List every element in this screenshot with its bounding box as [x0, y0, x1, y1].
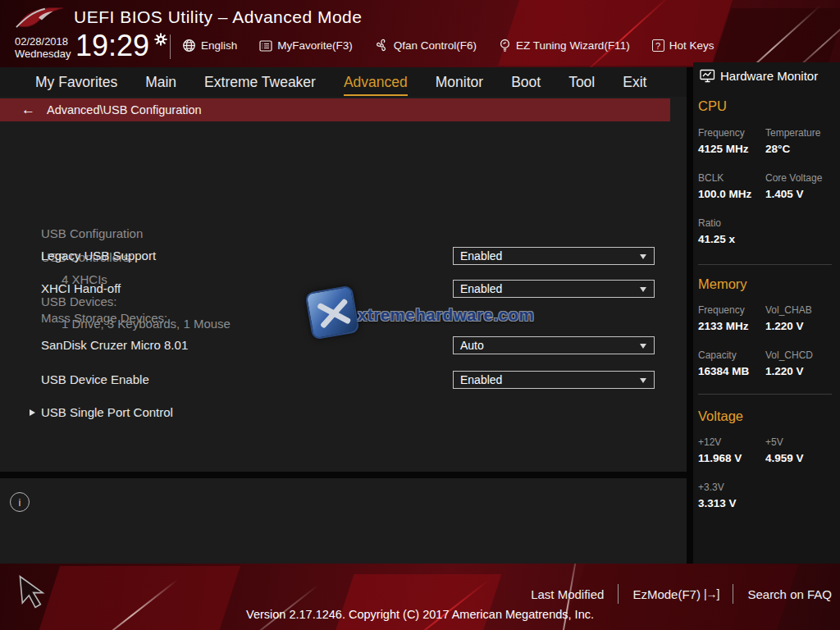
tab-extreme-tweaker[interactable]: Extreme Tweaker — [204, 74, 316, 91]
usb-device-enable-select[interactable]: Enabled — [453, 371, 655, 389]
cpu-ratio-value: 41.25 x — [698, 233, 735, 245]
rog-logo-icon — [15, 3, 66, 30]
bg-texture — [336, 574, 502, 630]
watermark-logo — [304, 285, 359, 340]
legacy-usb-support-select[interactable]: Enabled — [453, 247, 655, 265]
exit-to-ezmode-icon: |→] — [704, 587, 719, 600]
tab-advanced[interactable]: Advanced — [344, 74, 408, 91]
usb-device-enable-value: Enabled — [460, 373, 502, 386]
date-display: 02/28/2018 Wednesday — [15, 35, 71, 60]
memory-vol-chab-value: 1.220 V — [765, 320, 804, 332]
usb-device-enable-label: USB Device Enable — [41, 372, 149, 386]
hot-keys-button[interactable]: ? Hot Keys — [652, 39, 714, 52]
lightbulb-icon — [499, 39, 511, 52]
tab-boot[interactable]: Boot — [511, 74, 541, 91]
breadcrumb: ← Advanced\USB Configuration — [0, 98, 670, 121]
date-value: 02/28/2018 — [15, 35, 71, 48]
hardware-monitor-panel: Hardware Monitor CPU Frequency Temperatu… — [693, 62, 840, 564]
submenu-arrow-icon — [30, 409, 35, 416]
watermark-x-icon — [320, 298, 349, 328]
memory-vol-chab-label: Vol_CHAB — [765, 304, 812, 316]
chevron-down-icon — [640, 287, 646, 292]
footer-actions: Last Modified EzMode(F7) |→] Search on F… — [531, 582, 832, 605]
sandisk-label: SanDisk Cruzer Micro 8.01 — [41, 338, 188, 352]
hardware-monitor-header: Hardware Monitor — [700, 69, 818, 83]
time-display: 19:29 — [75, 29, 149, 63]
tab-monitor[interactable]: Monitor — [436, 74, 483, 91]
globe-icon — [182, 39, 196, 52]
footer-divider — [733, 584, 733, 604]
mouse-cursor-icon — [16, 573, 52, 614]
usb-single-port-control-item[interactable]: USB Single Port Control — [41, 405, 173, 419]
ez-tuning-wizard-button[interactable]: EZ Tuning Wizard(F11) — [499, 39, 630, 52]
memory-frequency-value: 2133 MHz — [698, 320, 749, 332]
chevron-down-icon — [640, 344, 646, 349]
monitor-separator — [698, 394, 832, 395]
usb-configuration-heading: USB Configuration — [41, 226, 143, 240]
search-faq-label: Search on FAQ — [747, 587, 832, 601]
cpu-section-title: CPU — [698, 98, 727, 114]
cpu-ratio-label: Ratio — [698, 217, 721, 229]
qfan-label: Qfan Control(F6) — [394, 39, 477, 52]
memory-capacity-value: 16384 MB — [698, 365, 749, 377]
last-modified-label: Last Modified — [531, 587, 604, 601]
tab-my-favorites[interactable]: My Favorites — [35, 74, 117, 91]
legacy-usb-support-value: Enabled — [460, 249, 502, 262]
memory-section-title: Memory — [698, 276, 747, 292]
cpu-bclk-label: BCLK — [698, 172, 724, 184]
breadcrumb-path: Advanced\USB Configuration — [47, 103, 202, 116]
voltage-section-title: Voltage — [698, 409, 743, 424]
tab-tool[interactable]: Tool — [568, 74, 595, 91]
section-divider — [0, 472, 687, 478]
header-shortcuts: English MyFavorite(F3) — [182, 39, 714, 52]
tab-main[interactable]: Main — [145, 74, 176, 91]
main-menu: My Favorites Main Extreme Tweaker Advanc… — [0, 67, 693, 97]
cpu-bclk-value: 100.0 MHz — [698, 188, 751, 200]
language-label: English — [201, 39, 237, 52]
xhci-handoff-select[interactable]: Enabled — [453, 280, 655, 298]
voltage-12v-label: +12V — [698, 436, 721, 448]
myfavorite-label: MyFavorite(F3) — [277, 39, 353, 52]
ezmode-label: EzMode(F7) — [632, 587, 701, 601]
cpu-core-voltage-value: 1.405 V — [765, 188, 804, 200]
monitor-separator — [698, 264, 832, 265]
footer-divider — [618, 584, 619, 604]
gear-icon[interactable] — [154, 33, 167, 46]
last-modified-button[interactable]: Last Modified — [531, 587, 604, 601]
question-icon: ? — [652, 39, 664, 52]
cpu-temperature-label: Temperature — [765, 127, 820, 139]
qfan-control-button[interactable]: Qfan Control(F6) — [375, 39, 477, 52]
watermark-text: xtremehardware.com — [358, 305, 534, 325]
language-button[interactable]: English — [182, 39, 237, 52]
sandisk-select[interactable]: Auto — [453, 336, 655, 354]
title-bar: UEFI BIOS Utility – Advanced Mode — [0, 0, 840, 33]
clock-bar: 02/28/2018 Wednesday 19:29 English — [0, 31, 840, 66]
voltage-3v3-value: 3.313 V — [698, 497, 737, 509]
fan-icon — [375, 39, 389, 52]
usb-devices-label: USB Devices: — [41, 294, 117, 308]
sandisk-value: Auto — [460, 339, 484, 352]
tab-exit[interactable]: Exit — [623, 74, 646, 91]
bios-screen: UEFI BIOS Utility – Advanced Mode 02/28/… — [0, 0, 840, 630]
memory-capacity-label: Capacity — [698, 349, 737, 361]
ezmode-button[interactable]: EzMode(F7) |→] — [632, 587, 719, 601]
hardware-monitor-title: Hardware Monitor — [720, 69, 818, 83]
monitor-icon — [700, 69, 715, 83]
info-glyph: i — [19, 496, 21, 509]
xhci-handoff-value: Enabled — [460, 282, 502, 295]
cpu-frequency-value: 4125 MHz — [698, 143, 749, 155]
legacy-usb-support-label: Legacy USB Support — [41, 249, 156, 262]
search-on-faq-button[interactable]: Search on FAQ — [747, 587, 832, 601]
app-title: UEFI BIOS Utility – Advanced Mode — [74, 7, 362, 27]
voltage-5v-value: 4.959 V — [765, 452, 804, 464]
memory-frequency-label: Frequency — [698, 304, 745, 316]
header-divider — [170, 34, 171, 59]
hot-keys-label: Hot Keys — [669, 39, 714, 52]
cpu-temperature-value: 28°C — [765, 143, 790, 155]
myfavorite-button[interactable]: MyFavorite(F3) — [259, 39, 353, 52]
version-text: Version 2.17.1246. Copyright (C) 2017 Am… — [0, 608, 840, 621]
cpu-frequency-label: Frequency — [698, 127, 745, 139]
back-arrow-icon[interactable]: ← — [21, 102, 35, 118]
panel-divider — [687, 67, 693, 564]
memory-vol-chcd-value: 1.220 V — [765, 365, 804, 377]
